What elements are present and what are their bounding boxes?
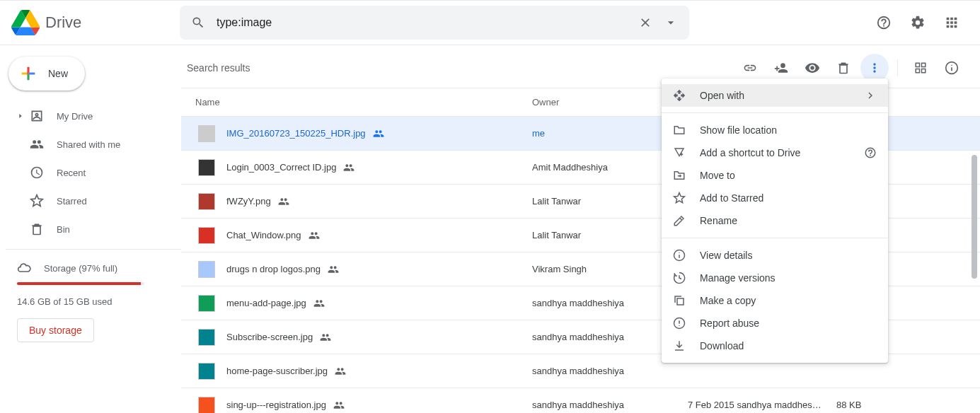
menu-item-download[interactable]: Download xyxy=(662,335,888,357)
moveto-icon xyxy=(673,169,687,182)
shared-icon xyxy=(313,298,325,309)
file-name: Chat_Window.png xyxy=(226,230,301,240)
trash-icon xyxy=(30,222,44,236)
menu-item-moveto[interactable]: Move to xyxy=(662,164,888,187)
remove-button[interactable] xyxy=(829,54,858,82)
file-name: drugs n drop logos.png xyxy=(226,264,321,274)
support-button[interactable] xyxy=(870,8,898,37)
openwith-icon xyxy=(673,89,687,102)
storage-section: Storage (97% full) 14.6 GB of 15 GB used… xyxy=(6,255,181,342)
history-icon xyxy=(673,272,687,284)
col-name-header[interactable]: Name xyxy=(187,97,532,107)
sidebar-item-shared[interactable]: Shared with me xyxy=(6,130,170,158)
file-thumbnail xyxy=(198,397,215,414)
info-icon xyxy=(673,249,687,262)
file-thumbnail xyxy=(198,261,215,278)
file-thumbnail xyxy=(198,363,215,380)
settings-button[interactable] xyxy=(904,8,932,37)
shared-icon xyxy=(335,366,346,377)
search-box[interactable] xyxy=(180,6,689,40)
download-icon xyxy=(673,339,687,352)
shared-icon xyxy=(373,128,384,139)
sidebar-item-label: Shared with me xyxy=(57,139,120,150)
menu-item-label: Manage versions xyxy=(700,272,776,284)
menu-item-rename[interactable]: Rename xyxy=(662,209,888,232)
report-icon xyxy=(673,317,687,330)
shared-icon xyxy=(343,162,354,173)
star-icon xyxy=(30,194,44,208)
grid-view-button[interactable] xyxy=(906,54,935,82)
share-button[interactable] xyxy=(767,54,795,82)
file-owner: sandhya maddheshiya xyxy=(532,400,688,410)
menu-item-label: Open with xyxy=(700,90,744,101)
search-input[interactable] xyxy=(211,16,633,29)
mydrive-icon xyxy=(30,109,44,123)
file-thumbnail xyxy=(198,295,215,312)
drive-logo-icon xyxy=(11,8,40,37)
menu-item-label: Rename xyxy=(700,215,737,226)
file-thumbnail xyxy=(198,193,215,210)
sidebar: New My DriveShared with meRecentStarredB… xyxy=(0,45,181,413)
sidebar-item-recent[interactable]: Recent xyxy=(6,158,170,187)
file-thumbnail xyxy=(198,125,215,142)
apps-button[interactable] xyxy=(938,8,966,37)
menu-item-info[interactable]: View details xyxy=(662,244,888,267)
sidebar-item-trash[interactable]: Bin xyxy=(6,215,170,243)
menu-item-shortcut[interactable]: Add a shortcut to Drive xyxy=(662,141,888,164)
expand-icon[interactable] xyxy=(17,112,25,120)
scrollbar[interactable] xyxy=(972,155,977,279)
table-row[interactable]: sing-up---registration.jpgsandhya maddhe… xyxy=(181,388,980,413)
menu-item-label: Make a copy xyxy=(700,295,756,306)
submenu-icon xyxy=(864,89,877,102)
more-actions-button[interactable] xyxy=(860,54,889,82)
menu-item-copy[interactable]: Make a copy xyxy=(662,289,888,312)
preview-button[interactable] xyxy=(798,54,826,82)
recent-icon xyxy=(30,165,44,180)
sidebar-item-mydrive[interactable]: My Drive xyxy=(6,102,170,130)
app-name: Drive xyxy=(45,13,81,32)
sidebar-item-label: Bin xyxy=(57,224,70,235)
shortcut-icon xyxy=(673,146,687,159)
file-name: menu-add-page.jpg xyxy=(226,298,306,308)
sidebar-item-label: Starred xyxy=(57,196,87,206)
file-name: sing-up---registration.jpg xyxy=(226,400,326,410)
get-link-button[interactable] xyxy=(736,54,764,82)
storage-item[interactable]: Storage (97% full) xyxy=(17,261,164,275)
new-button-label: New xyxy=(48,68,68,79)
search-icon[interactable] xyxy=(185,10,211,35)
file-size: 88 KB xyxy=(836,400,974,410)
file-thumbnail xyxy=(198,227,215,244)
view-details-button[interactable] xyxy=(938,54,966,82)
context-menu: Open withShow file locationAdd a shortcu… xyxy=(662,78,888,363)
menu-item-history[interactable]: Manage versions xyxy=(662,267,888,289)
menu-item-folder[interactable]: Show file location xyxy=(662,119,888,141)
shared-icon xyxy=(30,137,44,151)
buy-storage-button[interactable]: Buy storage xyxy=(17,318,94,342)
storage-label: Storage (97% full) xyxy=(44,263,117,274)
logo-area[interactable]: Drive xyxy=(11,8,180,37)
help-icon[interactable] xyxy=(864,146,877,159)
search-options-dropdown-icon[interactable] xyxy=(658,10,684,35)
page-title: Search results xyxy=(187,62,736,74)
file-thumbnail xyxy=(198,159,215,176)
sidebar-item-label: Recent xyxy=(57,168,86,178)
menu-item-label: Report abuse xyxy=(700,318,759,329)
menu-item-label: Add a shortcut to Drive xyxy=(700,147,800,158)
storage-text: 14.6 GB of 15 GB used xyxy=(17,296,164,307)
file-modified: 7 Feb 2015 sandhya maddhes… xyxy=(688,400,836,410)
new-button[interactable]: New xyxy=(8,57,85,91)
sidebar-item-star[interactable]: Starred xyxy=(6,187,170,215)
menu-item-openwith[interactable]: Open with xyxy=(662,84,888,107)
file-name: Subscribe-screen.jpg xyxy=(226,332,313,342)
file-name: IMG_20160723_150225_HDR.jpg xyxy=(226,128,366,139)
menu-item-star[interactable]: Add to Starred xyxy=(662,187,888,209)
storage-bar xyxy=(17,282,144,285)
copy-icon xyxy=(673,294,687,307)
menu-item-label: Show file location xyxy=(700,124,777,136)
sidebar-item-label: My Drive xyxy=(57,111,93,122)
menu-item-report[interactable]: Report abuse xyxy=(662,312,888,335)
clear-search-icon[interactable] xyxy=(633,10,658,35)
menu-item-label: Download xyxy=(700,340,744,351)
shared-icon xyxy=(309,230,320,241)
shared-icon xyxy=(278,196,289,207)
